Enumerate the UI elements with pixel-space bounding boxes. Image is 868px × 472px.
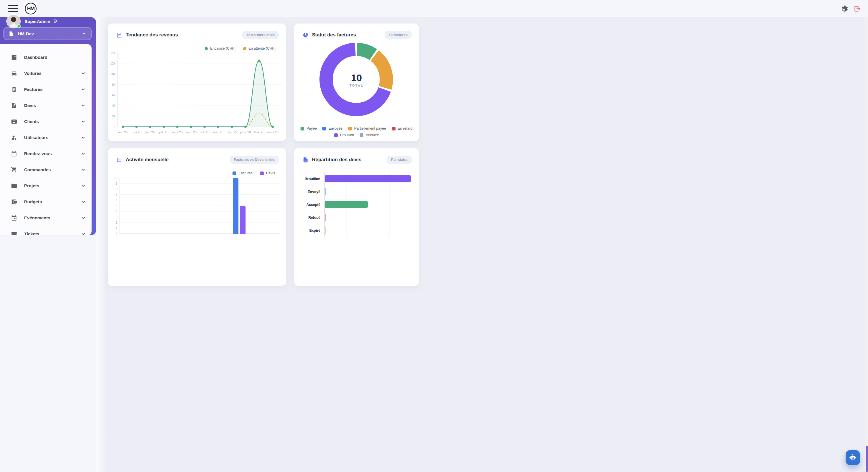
quote-row-envoye: Envoyé — [303, 185, 411, 198]
svg-text:mars 26: mars 26 — [267, 131, 278, 134]
svg-text:0: 0 — [116, 232, 117, 235]
chevron-down-icon — [82, 31, 87, 36]
menu-icon[interactable] — [8, 5, 19, 12]
svg-text:janv. 26: janv. 26 — [240, 131, 251, 134]
organization-select[interactable]: HM-Dev — [3, 27, 92, 40]
cart-icon — [11, 167, 17, 173]
sidebar-item-tickets[interactable]: Tickets — [0, 226, 92, 235]
quote-category-label: Brouillon — [303, 177, 324, 181]
legend-swatch — [243, 47, 246, 50]
svg-text:0: 0 — [114, 125, 115, 129]
quote-category-label: Accepté — [303, 203, 324, 207]
quote-bar-track — [324, 185, 411, 198]
svg-text:juil. 25: juil. 25 — [159, 131, 168, 134]
online-status-dot — [17, 24, 21, 28]
quote-category-label: Expiré — [303, 229, 324, 233]
building-icon — [8, 31, 14, 37]
svg-text:10k: 10k — [110, 72, 115, 76]
monthly-activity-card: Activité mensuelle Factures vs Devis cré… — [107, 148, 286, 236]
sidebar-item-dashboard[interactable]: Dashboard — [0, 49, 92, 65]
revenue-line-chart: 02k4k6k8k10k12k14kavr. 25mai 25juin 25ju… — [107, 51, 286, 137]
activity-bar-chart: 012345678910 — [107, 176, 286, 236]
quote-bar-track — [324, 172, 411, 185]
svg-text:14k: 14k — [110, 51, 115, 55]
svg-text:oct. 25: oct. 25 — [200, 131, 209, 134]
legend-item-en-retard[interactable]: En retard — [392, 127, 412, 131]
receipt-icon — [11, 86, 17, 93]
sidebar-item-factures[interactable]: Factures — [0, 81, 92, 98]
activity-legend: Factures Devis — [232, 171, 275, 175]
legend-item-payee[interactable]: Payée — [301, 127, 317, 131]
quote-row-brouillon: Brouillon — [303, 172, 411, 185]
legend-item-partiellement-payee[interactable]: Partiellement payée — [348, 127, 386, 131]
organization-name: HM-Dev — [18, 31, 34, 36]
quote-bar — [324, 214, 326, 221]
sidebar-item-clients[interactable]: Clients — [0, 113, 92, 130]
user-profile[interactable]: SuperAdmin — [0, 14, 96, 28]
quote-row-expire: Expiré — [303, 224, 411, 236]
sidebar-item-devis[interactable]: Devis — [0, 98, 92, 113]
folder-icon — [11, 183, 17, 189]
svg-text:6k: 6k — [112, 93, 115, 97]
svg-text:12k: 12k — [110, 62, 115, 65]
chevron-down-icon — [81, 167, 86, 172]
sidebar-item-utilisateurs[interactable]: Utilisateurs — [0, 130, 92, 146]
bar-chart-icon — [116, 157, 122, 163]
ticket-icon — [11, 231, 17, 235]
card-title: Répartition des devis — [312, 157, 361, 163]
svg-text:1: 1 — [116, 227, 117, 230]
revenue-trend-card: Tendance des revenus 12 derniers mois En… — [107, 24, 286, 141]
chevron-down-icon — [81, 199, 86, 204]
legend-item-devis[interactable]: Devis — [260, 171, 275, 175]
quote-category-label: Envoyé — [303, 190, 324, 194]
chevron-down-icon — [81, 231, 86, 235]
calendar-icon — [11, 150, 17, 157]
invoice-donut-chart — [294, 24, 419, 141]
svg-text:nov. 25: nov. 25 — [213, 131, 223, 134]
legend-item-factures[interactable]: Factures — [232, 171, 253, 175]
svg-text:mai 25: mai 25 — [132, 131, 141, 134]
main-content: Tendance des revenus 12 derniers mois En… — [96, 17, 434, 236]
quote-bar — [324, 201, 368, 208]
chevron-down-icon — [81, 119, 86, 124]
quote-category-label: Refusé — [303, 216, 324, 220]
legend-item-envoyee[interactable]: Envoyée — [322, 127, 342, 131]
legend-swatch — [205, 47, 208, 50]
sidebar-item-budgets[interactable]: Budgets — [0, 194, 92, 210]
sidebar-item-voitures[interactable]: Voitures — [0, 65, 92, 81]
contact-card-icon — [11, 119, 17, 125]
avatar — [7, 14, 20, 28]
user-name: SuperAdmin — [25, 19, 50, 24]
svg-text:déc. 25: déc. 25 — [227, 131, 237, 134]
legend-item-encaisse[interactable]: Encaissé (CHF) — [205, 46, 236, 50]
svg-text:4: 4 — [116, 210, 117, 213]
chevron-down-icon — [81, 151, 86, 156]
chevron-down-icon — [81, 183, 86, 189]
svg-text:4k: 4k — [112, 104, 115, 107]
svg-text:août 25: août 25 — [172, 131, 183, 134]
legend-item-en-attente[interactable]: En attente (CHF) — [243, 46, 276, 50]
sidebar-item-rendez-vous[interactable]: Rendez-vous — [0, 146, 92, 162]
sidebar-item-evenements[interactable]: Événements — [0, 210, 92, 226]
card-title: Tendance des revenus — [126, 32, 178, 38]
quote-row-accepte: Accepté — [303, 198, 411, 211]
legend-item-annulee[interactable]: Annulée — [360, 133, 379, 137]
chevron-down-icon — [81, 215, 86, 221]
user-logout-icon[interactable] — [53, 19, 58, 24]
quotes-hbar-chart: BrouillonEnvoyéAcceptéRefuséExpiré — [303, 172, 411, 236]
app-logo: HM — [24, 2, 37, 15]
quote-row-refuse: Refusé — [303, 211, 411, 224]
svg-text:3: 3 — [116, 215, 117, 219]
quote-bar-track — [324, 211, 411, 224]
comparison-badge: Factures vs Devis créés — [230, 156, 279, 164]
document-chart-icon — [303, 157, 309, 163]
legend-item-brouillon[interactable]: Brouillon — [334, 133, 354, 137]
car-icon — [11, 70, 17, 76]
quote-distribution-card: Répartition des devis Par statut Brouill… — [294, 148, 419, 236]
sidebar: SuperAdmin HM-Dev Dashboard Voitures — [0, 17, 96, 235]
sidebar-item-commandes[interactable]: Commandes — [0, 162, 92, 178]
user-gear-icon — [11, 134, 17, 141]
sidebar-item-projets[interactable]: Projets — [0, 178, 92, 194]
svg-text:2k: 2k — [112, 114, 115, 118]
period-badge: 12 derniers mois — [242, 31, 279, 39]
